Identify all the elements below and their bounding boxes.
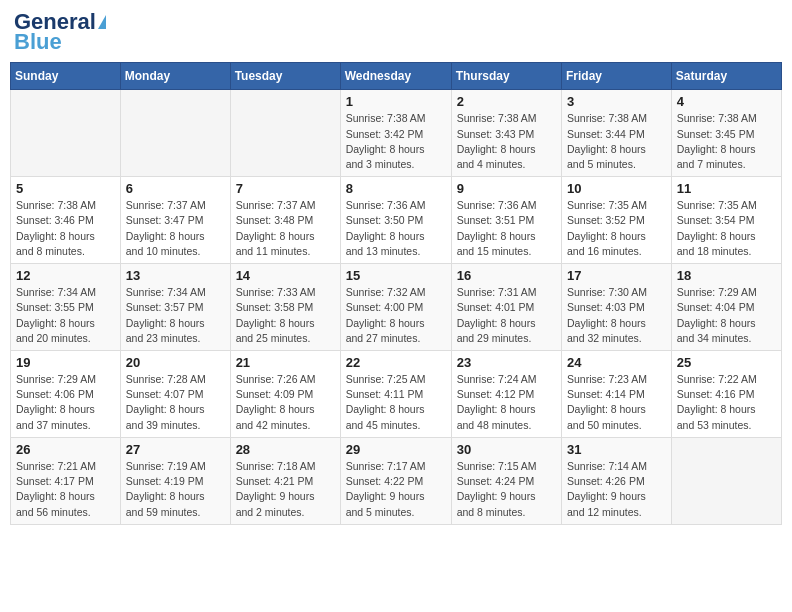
calendar-week-row: 12Sunrise: 7:34 AM Sunset: 3:55 PM Dayli…	[11, 264, 782, 351]
page-header: General Blue	[10, 10, 782, 54]
logo-text-blue: Blue	[14, 30, 62, 54]
day-info: Sunrise: 7:33 AM Sunset: 3:58 PM Dayligh…	[236, 285, 335, 346]
calendar-cell: 15Sunrise: 7:32 AM Sunset: 4:00 PM Dayli…	[340, 264, 451, 351]
day-info: Sunrise: 7:23 AM Sunset: 4:14 PM Dayligh…	[567, 372, 666, 433]
weekday-header-cell: Saturday	[671, 63, 781, 90]
day-info: Sunrise: 7:14 AM Sunset: 4:26 PM Dayligh…	[567, 459, 666, 520]
day-info: Sunrise: 7:17 AM Sunset: 4:22 PM Dayligh…	[346, 459, 446, 520]
day-info: Sunrise: 7:24 AM Sunset: 4:12 PM Dayligh…	[457, 372, 556, 433]
calendar-week-row: 19Sunrise: 7:29 AM Sunset: 4:06 PM Dayli…	[11, 351, 782, 438]
day-number: 8	[346, 181, 446, 196]
day-number: 25	[677, 355, 776, 370]
calendar-cell: 18Sunrise: 7:29 AM Sunset: 4:04 PM Dayli…	[671, 264, 781, 351]
day-number: 20	[126, 355, 225, 370]
day-number: 17	[567, 268, 666, 283]
weekday-header-row: SundayMondayTuesdayWednesdayThursdayFrid…	[11, 63, 782, 90]
day-info: Sunrise: 7:37 AM Sunset: 3:47 PM Dayligh…	[126, 198, 225, 259]
day-number: 13	[126, 268, 225, 283]
calendar-cell: 6Sunrise: 7:37 AM Sunset: 3:47 PM Daylig…	[120, 177, 230, 264]
day-info: Sunrise: 7:35 AM Sunset: 3:52 PM Dayligh…	[567, 198, 666, 259]
calendar-cell: 17Sunrise: 7:30 AM Sunset: 4:03 PM Dayli…	[562, 264, 672, 351]
day-number: 22	[346, 355, 446, 370]
day-info: Sunrise: 7:15 AM Sunset: 4:24 PM Dayligh…	[457, 459, 556, 520]
calendar-cell: 12Sunrise: 7:34 AM Sunset: 3:55 PM Dayli…	[11, 264, 121, 351]
day-number: 9	[457, 181, 556, 196]
calendar-cell: 10Sunrise: 7:35 AM Sunset: 3:52 PM Dayli…	[562, 177, 672, 264]
calendar-cell	[120, 90, 230, 177]
calendar-cell: 28Sunrise: 7:18 AM Sunset: 4:21 PM Dayli…	[230, 437, 340, 524]
day-info: Sunrise: 7:37 AM Sunset: 3:48 PM Dayligh…	[236, 198, 335, 259]
day-info: Sunrise: 7:22 AM Sunset: 4:16 PM Dayligh…	[677, 372, 776, 433]
day-info: Sunrise: 7:21 AM Sunset: 4:17 PM Dayligh…	[16, 459, 115, 520]
day-number: 27	[126, 442, 225, 457]
day-info: Sunrise: 7:36 AM Sunset: 3:50 PM Dayligh…	[346, 198, 446, 259]
day-info: Sunrise: 7:34 AM Sunset: 3:55 PM Dayligh…	[16, 285, 115, 346]
day-number: 30	[457, 442, 556, 457]
day-number: 11	[677, 181, 776, 196]
day-info: Sunrise: 7:38 AM Sunset: 3:42 PM Dayligh…	[346, 111, 446, 172]
day-info: Sunrise: 7:28 AM Sunset: 4:07 PM Dayligh…	[126, 372, 225, 433]
day-number: 15	[346, 268, 446, 283]
weekday-header-cell: Thursday	[451, 63, 561, 90]
day-info: Sunrise: 7:26 AM Sunset: 4:09 PM Dayligh…	[236, 372, 335, 433]
day-number: 18	[677, 268, 776, 283]
day-info: Sunrise: 7:19 AM Sunset: 4:19 PM Dayligh…	[126, 459, 225, 520]
day-info: Sunrise: 7:38 AM Sunset: 3:45 PM Dayligh…	[677, 111, 776, 172]
calendar-cell: 9Sunrise: 7:36 AM Sunset: 3:51 PM Daylig…	[451, 177, 561, 264]
day-info: Sunrise: 7:32 AM Sunset: 4:00 PM Dayligh…	[346, 285, 446, 346]
logo: General Blue	[14, 10, 106, 54]
calendar-cell	[11, 90, 121, 177]
calendar-cell: 2Sunrise: 7:38 AM Sunset: 3:43 PM Daylig…	[451, 90, 561, 177]
day-info: Sunrise: 7:29 AM Sunset: 4:04 PM Dayligh…	[677, 285, 776, 346]
day-number: 23	[457, 355, 556, 370]
calendar-cell: 1Sunrise: 7:38 AM Sunset: 3:42 PM Daylig…	[340, 90, 451, 177]
calendar-week-row: 1Sunrise: 7:38 AM Sunset: 3:42 PM Daylig…	[11, 90, 782, 177]
weekday-header-cell: Friday	[562, 63, 672, 90]
day-info: Sunrise: 7:35 AM Sunset: 3:54 PM Dayligh…	[677, 198, 776, 259]
weekday-header-cell: Wednesday	[340, 63, 451, 90]
day-info: Sunrise: 7:34 AM Sunset: 3:57 PM Dayligh…	[126, 285, 225, 346]
calendar-cell: 5Sunrise: 7:38 AM Sunset: 3:46 PM Daylig…	[11, 177, 121, 264]
day-info: Sunrise: 7:38 AM Sunset: 3:44 PM Dayligh…	[567, 111, 666, 172]
day-number: 6	[126, 181, 225, 196]
calendar-cell: 4Sunrise: 7:38 AM Sunset: 3:45 PM Daylig…	[671, 90, 781, 177]
day-info: Sunrise: 7:18 AM Sunset: 4:21 PM Dayligh…	[236, 459, 335, 520]
calendar-table: SundayMondayTuesdayWednesdayThursdayFrid…	[10, 62, 782, 524]
calendar-cell: 8Sunrise: 7:36 AM Sunset: 3:50 PM Daylig…	[340, 177, 451, 264]
calendar-cell: 29Sunrise: 7:17 AM Sunset: 4:22 PM Dayli…	[340, 437, 451, 524]
day-number: 19	[16, 355, 115, 370]
calendar-cell	[671, 437, 781, 524]
calendar-cell: 26Sunrise: 7:21 AM Sunset: 4:17 PM Dayli…	[11, 437, 121, 524]
calendar-cell: 21Sunrise: 7:26 AM Sunset: 4:09 PM Dayli…	[230, 351, 340, 438]
day-info: Sunrise: 7:31 AM Sunset: 4:01 PM Dayligh…	[457, 285, 556, 346]
calendar-week-row: 26Sunrise: 7:21 AM Sunset: 4:17 PM Dayli…	[11, 437, 782, 524]
day-number: 1	[346, 94, 446, 109]
calendar-cell: 14Sunrise: 7:33 AM Sunset: 3:58 PM Dayli…	[230, 264, 340, 351]
day-info: Sunrise: 7:29 AM Sunset: 4:06 PM Dayligh…	[16, 372, 115, 433]
day-number: 14	[236, 268, 335, 283]
day-number: 16	[457, 268, 556, 283]
calendar-cell: 3Sunrise: 7:38 AM Sunset: 3:44 PM Daylig…	[562, 90, 672, 177]
calendar-cell: 13Sunrise: 7:34 AM Sunset: 3:57 PM Dayli…	[120, 264, 230, 351]
day-number: 29	[346, 442, 446, 457]
calendar-cell: 20Sunrise: 7:28 AM Sunset: 4:07 PM Dayli…	[120, 351, 230, 438]
day-number: 31	[567, 442, 666, 457]
calendar-cell: 31Sunrise: 7:14 AM Sunset: 4:26 PM Dayli…	[562, 437, 672, 524]
day-info: Sunrise: 7:36 AM Sunset: 3:51 PM Dayligh…	[457, 198, 556, 259]
calendar-cell: 19Sunrise: 7:29 AM Sunset: 4:06 PM Dayli…	[11, 351, 121, 438]
day-number: 24	[567, 355, 666, 370]
calendar-cell: 30Sunrise: 7:15 AM Sunset: 4:24 PM Dayli…	[451, 437, 561, 524]
calendar-cell: 16Sunrise: 7:31 AM Sunset: 4:01 PM Dayli…	[451, 264, 561, 351]
weekday-header-cell: Monday	[120, 63, 230, 90]
calendar-cell: 23Sunrise: 7:24 AM Sunset: 4:12 PM Dayli…	[451, 351, 561, 438]
calendar-week-row: 5Sunrise: 7:38 AM Sunset: 3:46 PM Daylig…	[11, 177, 782, 264]
day-info: Sunrise: 7:25 AM Sunset: 4:11 PM Dayligh…	[346, 372, 446, 433]
day-number: 10	[567, 181, 666, 196]
weekday-header-cell: Tuesday	[230, 63, 340, 90]
day-info: Sunrise: 7:38 AM Sunset: 3:46 PM Dayligh…	[16, 198, 115, 259]
calendar-cell: 27Sunrise: 7:19 AM Sunset: 4:19 PM Dayli…	[120, 437, 230, 524]
calendar-cell: 24Sunrise: 7:23 AM Sunset: 4:14 PM Dayli…	[562, 351, 672, 438]
day-number: 12	[16, 268, 115, 283]
day-number: 28	[236, 442, 335, 457]
calendar-cell: 25Sunrise: 7:22 AM Sunset: 4:16 PM Dayli…	[671, 351, 781, 438]
